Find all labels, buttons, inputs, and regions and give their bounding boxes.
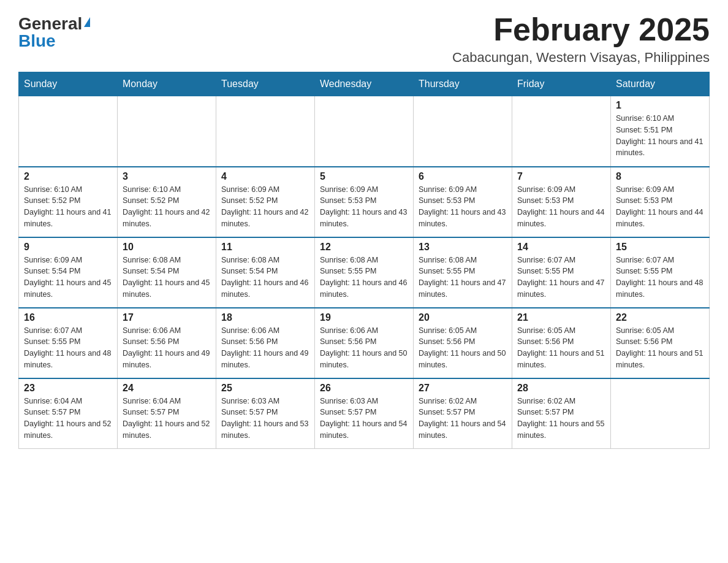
day-info: Sunrise: 6:05 AMSunset: 5:56 PMDaylight:… <box>517 325 605 371</box>
calendar-cell-5-4: 26Sunrise: 6:03 AMSunset: 5:57 PMDayligh… <box>315 378 414 449</box>
calendar-cell-4-3: 18Sunrise: 6:06 AMSunset: 5:56 PMDayligh… <box>216 308 315 378</box>
calendar-cell-5-1: 23Sunrise: 6:04 AMSunset: 5:57 PMDayligh… <box>19 378 118 449</box>
calendar-cell-2-2: 3Sunrise: 6:10 AMSunset: 5:52 PMDaylight… <box>118 167 216 237</box>
day-number: 3 <box>123 171 211 182</box>
day-info: Sunrise: 6:04 AMSunset: 5:57 PMDaylight:… <box>24 396 112 442</box>
calendar-cell-2-6: 7Sunrise: 6:09 AMSunset: 5:53 PMDaylight… <box>512 167 611 237</box>
calendar-header-tuesday: Tuesday <box>216 72 315 96</box>
day-info: Sunrise: 6:05 AMSunset: 5:56 PMDaylight:… <box>419 325 507 371</box>
logo-general-text: General <box>18 15 82 33</box>
day-number: 13 <box>419 242 507 253</box>
calendar-cell-2-1: 2Sunrise: 6:10 AMSunset: 5:52 PMDaylight… <box>19 167 118 237</box>
calendar-cell-3-3: 11Sunrise: 6:08 AMSunset: 5:54 PMDayligh… <box>216 237 315 308</box>
day-number: 14 <box>517 242 605 253</box>
day-info: Sunrise: 6:08 AMSunset: 5:55 PMDaylight:… <box>419 255 507 301</box>
day-info: Sunrise: 6:08 AMSunset: 5:54 PMDaylight:… <box>221 255 309 301</box>
calendar-cell-3-4: 12Sunrise: 6:08 AMSunset: 5:55 PMDayligh… <box>315 237 414 308</box>
day-info: Sunrise: 6:08 AMSunset: 5:55 PMDaylight:… <box>320 255 408 301</box>
day-number: 27 <box>419 383 507 394</box>
day-number: 8 <box>616 171 704 182</box>
calendar-cell-4-7: 22Sunrise: 6:05 AMSunset: 5:56 PMDayligh… <box>611 308 710 378</box>
day-info: Sunrise: 6:06 AMSunset: 5:56 PMDaylight:… <box>221 325 309 371</box>
calendar-cell-1-7: 1Sunrise: 6:10 AMSunset: 5:51 PMDaylight… <box>611 96 710 167</box>
day-number: 19 <box>320 312 408 323</box>
day-number: 7 <box>517 171 605 182</box>
calendar-cell-2-5: 6Sunrise: 6:09 AMSunset: 5:53 PMDaylight… <box>414 167 512 237</box>
calendar-cell-1-3 <box>216 96 315 167</box>
calendar-cell-5-3: 25Sunrise: 6:03 AMSunset: 5:57 PMDayligh… <box>216 378 315 449</box>
calendar-cell-4-1: 16Sunrise: 6:07 AMSunset: 5:55 PMDayligh… <box>19 308 118 378</box>
calendar-header-sunday: Sunday <box>19 72 118 96</box>
day-number: 4 <box>221 171 309 182</box>
day-number: 16 <box>24 312 112 323</box>
calendar-week-row-4: 16Sunrise: 6:07 AMSunset: 5:55 PMDayligh… <box>19 308 710 378</box>
calendar-cell-5-6: 28Sunrise: 6:02 AMSunset: 5:57 PMDayligh… <box>512 378 611 449</box>
calendar-header-saturday: Saturday <box>611 72 710 96</box>
day-number: 5 <box>320 171 408 182</box>
calendar-cell-1-1 <box>19 96 118 167</box>
calendar-header-thursday: Thursday <box>414 72 512 96</box>
day-number: 20 <box>419 312 507 323</box>
day-info: Sunrise: 6:05 AMSunset: 5:56 PMDaylight:… <box>616 325 704 371</box>
day-number: 2 <box>24 171 112 182</box>
day-number: 11 <box>221 242 309 253</box>
calendar-cell-4-4: 19Sunrise: 6:06 AMSunset: 5:56 PMDayligh… <box>315 308 414 378</box>
day-info: Sunrise: 6:10 AMSunset: 5:51 PMDaylight:… <box>616 113 704 159</box>
day-number: 17 <box>123 312 211 323</box>
month-title: February 2025 <box>452 12 710 47</box>
day-number: 21 <box>517 312 605 323</box>
day-number: 1 <box>616 100 704 111</box>
day-number: 28 <box>517 383 605 394</box>
title-block: February 2025 Cabacungan, Western Visaya… <box>452 12 710 66</box>
day-number: 10 <box>123 242 211 253</box>
calendar-header-row: SundayMondayTuesdayWednesdayThursdayFrid… <box>19 72 710 96</box>
calendar-cell-1-6 <box>512 96 611 167</box>
day-number: 15 <box>616 242 704 253</box>
day-info: Sunrise: 6:07 AMSunset: 5:55 PMDaylight:… <box>616 255 704 301</box>
calendar-cell-3-1: 9Sunrise: 6:09 AMSunset: 5:54 PMDaylight… <box>19 237 118 308</box>
day-number: 12 <box>320 242 408 253</box>
calendar-cell-3-2: 10Sunrise: 6:08 AMSunset: 5:54 PMDayligh… <box>118 237 216 308</box>
day-info: Sunrise: 6:09 AMSunset: 5:53 PMDaylight:… <box>517 184 605 230</box>
day-number: 18 <box>221 312 309 323</box>
calendar-cell-2-4: 5Sunrise: 6:09 AMSunset: 5:53 PMDaylight… <box>315 167 414 237</box>
logo-triangle-icon <box>84 17 90 27</box>
calendar-cell-4-2: 17Sunrise: 6:06 AMSunset: 5:56 PMDayligh… <box>118 308 216 378</box>
calendar-cell-1-2 <box>118 96 216 167</box>
calendar-cell-4-5: 20Sunrise: 6:05 AMSunset: 5:56 PMDayligh… <box>414 308 512 378</box>
calendar-cell-5-2: 24Sunrise: 6:04 AMSunset: 5:57 PMDayligh… <box>118 378 216 449</box>
day-number: 25 <box>221 383 309 394</box>
calendar-cell-5-7 <box>611 378 710 449</box>
calendar-cell-5-5: 27Sunrise: 6:02 AMSunset: 5:57 PMDayligh… <box>414 378 512 449</box>
day-info: Sunrise: 6:10 AMSunset: 5:52 PMDaylight:… <box>123 184 211 230</box>
calendar-header-monday: Monday <box>118 72 216 96</box>
day-number: 22 <box>616 312 704 323</box>
location-subtitle: Cabacungan, Western Visayas, Philippines <box>452 50 710 66</box>
calendar-cell-3-6: 14Sunrise: 6:07 AMSunset: 5:55 PMDayligh… <box>512 237 611 308</box>
day-info: Sunrise: 6:09 AMSunset: 5:53 PMDaylight:… <box>419 184 507 230</box>
day-number: 26 <box>320 383 408 394</box>
calendar-cell-3-7: 15Sunrise: 6:07 AMSunset: 5:55 PMDayligh… <box>611 237 710 308</box>
day-number: 6 <box>419 171 507 182</box>
calendar-cell-1-5 <box>414 96 512 167</box>
day-info: Sunrise: 6:04 AMSunset: 5:57 PMDaylight:… <box>123 396 211 442</box>
page-header: General Blue February 2025 Cabacungan, W… <box>18 12 710 66</box>
calendar-header-wednesday: Wednesday <box>315 72 414 96</box>
day-info: Sunrise: 6:10 AMSunset: 5:52 PMDaylight:… <box>24 184 112 230</box>
day-info: Sunrise: 6:09 AMSunset: 5:53 PMDaylight:… <box>320 184 408 230</box>
day-info: Sunrise: 6:06 AMSunset: 5:56 PMDaylight:… <box>123 325 211 371</box>
calendar-week-row-1: 1Sunrise: 6:10 AMSunset: 5:51 PMDaylight… <box>19 96 710 167</box>
calendar-table: SundayMondayTuesdayWednesdayThursdayFrid… <box>18 72 710 449</box>
calendar-week-row-2: 2Sunrise: 6:10 AMSunset: 5:52 PMDaylight… <box>19 167 710 237</box>
calendar-cell-3-5: 13Sunrise: 6:08 AMSunset: 5:55 PMDayligh… <box>414 237 512 308</box>
day-info: Sunrise: 6:09 AMSunset: 5:53 PMDaylight:… <box>616 184 704 230</box>
day-info: Sunrise: 6:06 AMSunset: 5:56 PMDaylight:… <box>320 325 408 371</box>
calendar-cell-1-4 <box>315 96 414 167</box>
logo-blue-text: Blue <box>18 33 56 50</box>
day-info: Sunrise: 6:09 AMSunset: 5:54 PMDaylight:… <box>24 255 112 301</box>
calendar-header-friday: Friday <box>512 72 611 96</box>
day-info: Sunrise: 6:02 AMSunset: 5:57 PMDaylight:… <box>517 396 605 442</box>
day-info: Sunrise: 6:03 AMSunset: 5:57 PMDaylight:… <box>221 396 309 442</box>
calendar-week-row-3: 9Sunrise: 6:09 AMSunset: 5:54 PMDaylight… <box>19 237 710 308</box>
day-info: Sunrise: 6:09 AMSunset: 5:52 PMDaylight:… <box>221 184 309 230</box>
